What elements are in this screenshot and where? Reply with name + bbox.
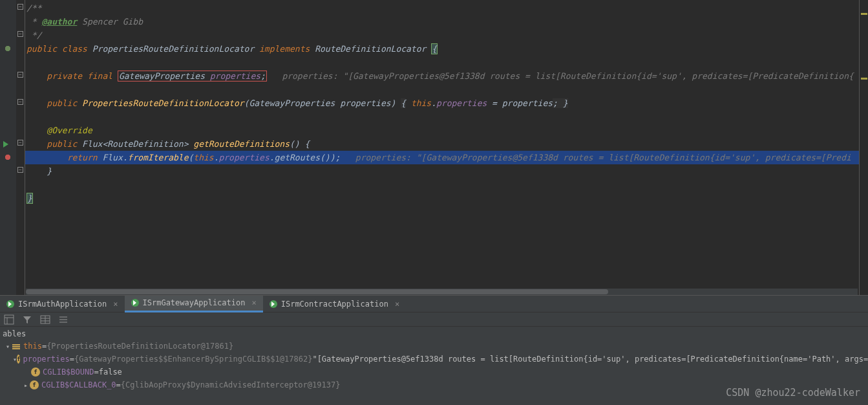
variables-tree[interactable]: ▾ this = {PropertiesRouteDefinitionLocat… — [0, 340, 868, 405]
run-config-tabs: ISrmAuthApplication × ISrmGatewayApplica… — [0, 296, 868, 312]
var-this: this — [23, 342, 42, 351]
vertical-scrollbar[interactable] — [859, 0, 868, 295]
field-icon: f — [30, 380, 39, 389]
inline-debug-hint: properties: — [282, 71, 343, 81]
execution-line: return Flux.fromIterable(this.properties… — [25, 151, 859, 164]
svg-rect-3 — [12, 346, 20, 347]
class-name: PropertiesRouteDefinitionLocator — [92, 44, 254, 54]
highlighted-field-decl: GatewayProperties properties; — [118, 71, 267, 82]
filter-icon[interactable] — [22, 314, 32, 325]
warning-stripe[interactable] — [861, 13, 867, 15]
close-icon[interactable]: × — [113, 300, 118, 309]
svg-rect-2 — [12, 344, 20, 345]
run-config-icon — [270, 300, 277, 308]
warning-stripe[interactable] — [861, 78, 867, 80]
close-icon[interactable]: × — [251, 298, 256, 307]
fold-toggle[interactable]: − — [17, 140, 23, 146]
fold-toggle[interactable]: − — [17, 4, 23, 10]
horizontal-scrollbar[interactable] — [26, 289, 858, 295]
field-icon: f — [17, 355, 20, 364]
stack-frame-icon — [12, 342, 21, 351]
execution-point-icon — [3, 141, 8, 148]
run-config-icon — [6, 300, 14, 308]
chevron-right-icon[interactable]: ▸ — [22, 382, 30, 389]
breakpoint-icon[interactable] — [3, 153, 12, 162]
code-content[interactable]: /** * @author Spencer Gibb */ public cla… — [25, 0, 859, 295]
fold-toggle[interactable]: − — [17, 99, 23, 105]
inline-debug-hint: properties: — [355, 153, 416, 162]
table-view-icon[interactable] — [40, 314, 50, 325]
svg-rect-4 — [12, 348, 20, 349]
tab-isrm-auth[interactable]: ISrmAuthApplication × — [0, 296, 125, 312]
fold-toggle[interactable]: − — [17, 167, 23, 173]
tab-isrm-gateway[interactable]: ISrmGatewayApplication × — [125, 296, 263, 312]
doc-comment: /** — [26, 3, 41, 13]
settings-icon[interactable] — [58, 314, 69, 325]
variables-section-label: ables — [0, 327, 868, 340]
fold-toggle[interactable]: − — [17, 72, 23, 78]
debug-toolbar — [0, 312, 868, 327]
close-icon[interactable]: × — [395, 300, 399, 309]
scroll-thumb[interactable] — [26, 289, 608, 294]
var-properties: properties — [23, 355, 69, 364]
method-name: getRouteDefinitions — [193, 139, 290, 149]
fold-toggle[interactable]: − — [17, 31, 23, 37]
restore-layout-icon[interactable] — [4, 314, 14, 325]
run-config-icon — [131, 299, 139, 307]
editor-area: − − − − − − /** * @author Spencer Gibb *… — [0, 0, 868, 295]
fold-gutter: − − − − − − — [16, 0, 25, 295]
override-annotation: @Override — [47, 126, 92, 135]
svg-rect-0 — [5, 315, 14, 324]
debug-panel: ISrmAuthApplication × ISrmGatewayApplica… — [0, 295, 868, 405]
gutter-icons — [0, 0, 16, 295]
chevron-down-icon[interactable]: ▾ — [4, 343, 12, 350]
javadoc-author-tag: @author — [41, 17, 77, 27]
tab-isrm-contract[interactable]: ISrmContractApplication × — [263, 296, 406, 312]
run-line-marker-icon[interactable] — [3, 44, 12, 53]
field-icon: f — [31, 367, 40, 377]
